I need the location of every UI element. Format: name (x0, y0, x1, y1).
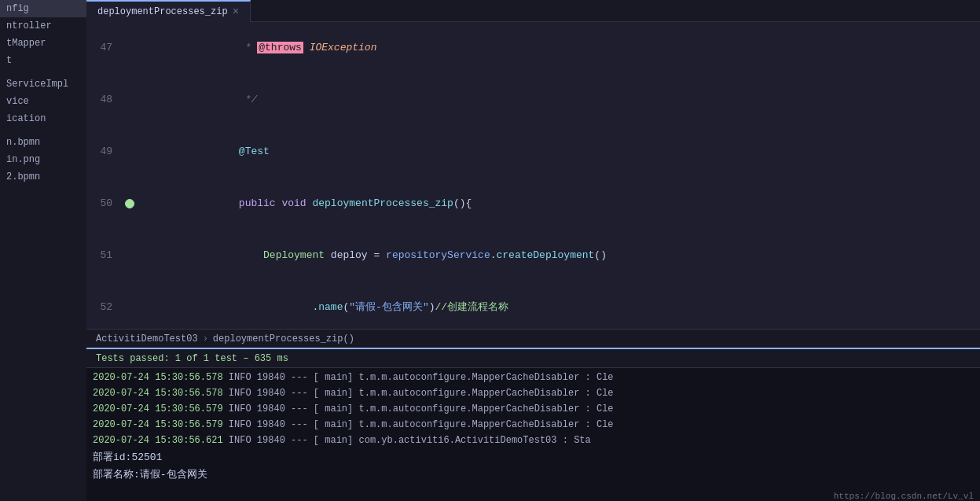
log-line-1: 2020-07-24 15:30:56.578 INFO 19840 --- [… (86, 370, 980, 385)
breadcrumb-bar: ActivitiDemoTest03 › deploymentProcesses… (86, 329, 980, 348)
sidebar: nfig ntroller tMapper t ServiceImpl vice… (0, 0, 86, 501)
line-content-48: */ (138, 74, 980, 126)
sidebar-item-nfig[interactable]: nfig (0, 0, 86, 17)
line-number-51: 51 (86, 247, 122, 264)
line-number-52: 52 (86, 299, 122, 316)
line-content-49: @Test (138, 126, 980, 178)
sidebar-item-t[interactable]: t (0, 52, 86, 69)
log-line-2: 2020-07-24 15:30:56.578 INFO 19840 --- [… (86, 385, 980, 401)
log-colon-5: : Sta (563, 435, 591, 446)
csdn-watermark: https://blog.csdn.net/Lv_vl (834, 492, 974, 501)
code-line-51: 51 Deployment deploy = repositoryService… (86, 230, 980, 282)
line-content-52: .name("请假-包含网关")//创建流程名称 (138, 282, 980, 329)
sidebar-item-serviceimpl[interactable]: ServiceImpl (0, 76, 86, 93)
log-info-5: INFO 19840 --- [ (229, 435, 319, 446)
run-icon[interactable] (125, 199, 134, 208)
code-lines: 47 * @throws IOException 48 */ (86, 22, 980, 329)
log-info-4: INFO 19840 --- [ (229, 419, 319, 430)
log-date-1: 2020-07-24 15:30:56.578 (93, 372, 223, 383)
log-class-5: com.yb.activiti6.ActivitiDemoTest03 (358, 435, 562, 446)
sidebar-item-vice[interactable]: vice (0, 93, 86, 110)
sidebar-item-tmapper[interactable]: tMapper (0, 35, 86, 52)
log-info-3: INFO 19840 --- [ (229, 403, 319, 414)
code-line-50: 50 public void deploymentProcesses_zip()… (86, 178, 980, 230)
line-number-49: 49 (86, 143, 122, 160)
log-thread-1: main] (325, 372, 353, 383)
line-number-48: 48 (86, 91, 122, 109)
log-date-4: 2020-07-24 15:30:56.579 (93, 419, 223, 430)
log-line-5: 2020-07-24 15:30:56.621 INFO 19840 --- [… (86, 433, 980, 448)
line-content-50: public void deploymentProcesses_zip(){ (138, 178, 980, 230)
log-date-2: 2020-07-24 15:30:56.578 (93, 388, 223, 399)
log-date-5: 2020-07-24 15:30:56.621 (93, 435, 223, 446)
code-line-48: 48 */ (86, 74, 980, 126)
log-thread-3: main] (325, 403, 353, 414)
log-thread-5: main] (325, 435, 353, 446)
editor-area: deploymentProcesses_zip × 47 * @throws I… (86, 0, 980, 501)
code-line-47: 47 * @throws IOException (86, 22, 980, 74)
log-class-1: t.m.m.autoconfigure.MapperCacheDisabler (358, 372, 585, 383)
log-line-4: 2020-07-24 15:30:56.579 INFO 19840 --- [… (86, 417, 980, 433)
log-date-3: 2020-07-24 15:30:56.579 (93, 403, 223, 414)
sidebar-item-nbpmn[interactable]: n.bpmn (0, 134, 86, 151)
active-tab[interactable]: deploymentProcesses_zip × (86, 0, 251, 22)
tab-bar: deploymentProcesses_zip × (86, 0, 980, 22)
sidebar-item-ication[interactable]: ication (0, 110, 86, 127)
tab-label: deploymentProcesses_zip (97, 6, 228, 17)
breadcrumb-separator: › (203, 333, 208, 344)
main-container: nfig ntroller tMapper t ServiceImpl vice… (0, 0, 980, 501)
sidebar-item-ntroller[interactable]: ntroller (0, 17, 86, 35)
log-colon-1: : Cle (585, 372, 614, 383)
tab-close-button[interactable]: × (233, 6, 239, 18)
line-content-47: * @throws IOException (138, 22, 980, 74)
line-number-50: 50 (86, 195, 122, 212)
log-class-2: t.m.m.autoconfigure.MapperCacheDisabler (358, 388, 585, 399)
log-info-2: INFO 19840 --- [ (229, 388, 319, 399)
breadcrumb-part1: ActivitiDemoTest03 (96, 333, 198, 344)
code-container: 47 * @throws IOException 48 */ (86, 22, 980, 329)
code-line-52: 52 .name("请假-包含网关")//创建流程名称 (86, 282, 980, 329)
code-line-49: 49 @Test (86, 126, 980, 178)
gutter-50 (122, 199, 138, 208)
line-content-51: Deployment deploy = repositoryService.cr… (138, 230, 980, 282)
log-class-4: t.m.m.autoconfigure.MapperCacheDisabler (358, 419, 585, 430)
bottom-content: 2020-07-24 15:30:56.578 INFO 19840 --- [… (86, 368, 980, 501)
log-colon-4: : Cle (585, 419, 614, 430)
log-colon-2: : Cle (585, 388, 614, 399)
output-line-2: 部署名称:请假-包含网关 (86, 466, 980, 483)
log-thread-4: main] (325, 419, 353, 430)
line-number-47: 47 (86, 39, 122, 57)
bottom-panel-header: Tests passed: 1 of 1 test – 635 ms (86, 349, 980, 368)
log-class-3: t.m.m.autoconfigure.MapperCacheDisabler (358, 403, 585, 414)
sidebar-item-inpng[interactable]: in.png (0, 151, 86, 168)
bottom-panel: Tests passed: 1 of 1 test – 635 ms 2020-… (86, 348, 980, 501)
log-colon-3: : Cle (585, 403, 614, 414)
sidebar-item-2bpmn[interactable]: 2.bpmn (0, 168, 86, 186)
log-line-3: 2020-07-24 15:30:56.579 INFO 19840 --- [… (86, 401, 980, 417)
log-thread-2: main] (325, 388, 353, 399)
log-info-1: INFO 19840 --- [ (229, 372, 319, 383)
breadcrumb-part2: deploymentProcesses_zip() (213, 333, 354, 344)
output-line-1: 部署id:52501 (86, 448, 980, 466)
test-status: Tests passed: 1 of 1 test – 635 ms (96, 353, 288, 364)
